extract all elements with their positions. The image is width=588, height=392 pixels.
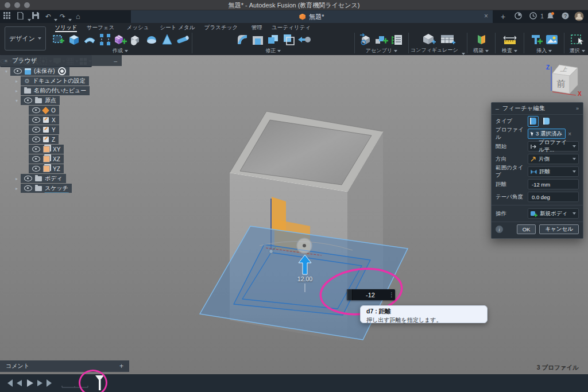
assemble-group-label[interactable]: アセンブリ: [366, 47, 397, 55]
expander-open-icon[interactable]: ▾: [13, 98, 21, 103]
extrude-thin-type-icon[interactable]: [541, 116, 552, 127]
insert-group-label[interactable]: 挿入: [536, 47, 552, 55]
select-icon[interactable]: [570, 32, 585, 47]
visibility-eye-icon[interactable]: [32, 146, 40, 152]
create-group-label[interactable]: 作成: [113, 47, 128, 55]
notifications-bell-icon[interactable]: [547, 12, 556, 21]
form-icon[interactable]: [82, 32, 97, 47]
new-tab-button[interactable]: +: [498, 12, 508, 21]
extensions-icon[interactable]: [514, 12, 524, 21]
ok-button[interactable]: OK: [517, 224, 536, 234]
combine-icon[interactable]: [266, 32, 281, 47]
dimension-input[interactable]: -12 ⋮: [347, 289, 395, 300]
inspect-group-label[interactable]: 検査: [502, 47, 517, 55]
loft-icon[interactable]: [160, 32, 175, 47]
dialog-dock-icon[interactable]: »: [576, 106, 579, 111]
configure-icon[interactable]: [419, 32, 438, 46]
tab-utilities[interactable]: ユーティリティ: [270, 23, 312, 32]
create-sketch-icon[interactable]: [51, 32, 66, 47]
tree-item-y-axis[interactable]: Y: [29, 125, 59, 134]
comment-add-icon[interactable]: +: [119, 362, 123, 370]
tree-item-yz-plane[interactable]: YZ: [29, 164, 64, 173]
tree-item-document[interactable]: (未保存): [10, 67, 69, 76]
taper-angle-input[interactable]: 0.0 deg: [528, 192, 579, 202]
tree-item-named-views[interactable]: 名前の付いたビュー: [21, 86, 90, 95]
expander-closed-icon[interactable]: ▸: [13, 186, 21, 191]
tree-item-x-axis[interactable]: X: [29, 115, 59, 125]
home-icon[interactable]: ⌂: [74, 12, 83, 21]
tree-item-origin-point[interactable]: O: [29, 106, 59, 115]
tree-item-xy-plane[interactable]: XY: [29, 145, 64, 154]
dialog-collapse-icon[interactable]: –: [496, 105, 499, 112]
extrude-solid-type-icon[interactable]: [528, 116, 539, 127]
tree-item-document-settings[interactable]: ⚙ ドキュメントの設定: [21, 76, 89, 86]
shell-icon[interactable]: [250, 32, 265, 47]
replace-face-icon[interactable]: [297, 32, 312, 47]
tab-mesh[interactable]: メッシュ: [119, 23, 156, 32]
construct-group-label[interactable]: 構築: [473, 47, 489, 55]
timeline-playback-controls[interactable]: [3, 374, 55, 392]
primitive-boxes-icon[interactable]: [129, 32, 144, 47]
visibility-eye-icon[interactable]: [32, 117, 40, 123]
visibility-eye-icon[interactable]: [32, 127, 40, 133]
visibility-eye-icon[interactable]: [24, 185, 32, 191]
insert-image-icon[interactable]: [544, 32, 559, 47]
app-grid-icon[interactable]: [3, 12, 13, 21]
modify-group-label[interactable]: 修正: [265, 47, 281, 55]
fillet-icon[interactable]: [235, 32, 250, 47]
visibility-eye-icon[interactable]: [14, 68, 22, 74]
tree-item-z-axis[interactable]: Z: [29, 135, 59, 144]
collapse-panel-icon[interactable]: «: [5, 58, 7, 64]
configuration-table-icon[interactable]: [438, 32, 457, 46]
visibility-eye-icon[interactable]: [32, 166, 40, 172]
visibility-eye-icon[interactable]: [24, 176, 32, 181]
timeline-position-marker[interactable]: [94, 375, 106, 391]
distance-input[interactable]: -12 mm: [528, 179, 579, 189]
visibility-eye-icon[interactable]: [32, 156, 40, 162]
workspace-selector[interactable]: デザイン: [5, 26, 46, 51]
dimension-input-grip[interactable]: [347, 289, 353, 300]
viewcube-front-label[interactable]: 前: [552, 76, 570, 92]
tree-item-bodies-folder[interactable]: ボディ: [21, 174, 66, 183]
bom-icon[interactable]: [389, 32, 404, 47]
pipe-icon[interactable]: [175, 32, 190, 47]
measure-icon[interactable]: [502, 32, 517, 47]
insert-text-icon[interactable]: [529, 32, 544, 47]
direction-select[interactable]: 片側: [528, 154, 579, 164]
expander-closed-icon[interactable]: ▸: [13, 176, 21, 181]
expander-closed-icon[interactable]: ▸: [13, 88, 21, 94]
tree-item-xz-plane[interactable]: XZ: [29, 154, 64, 164]
tab-surface[interactable]: サーフェス: [82, 23, 119, 32]
construct-plane-icon[interactable]: [474, 32, 489, 47]
expander-closed-icon[interactable]: ▸: [13, 79, 21, 84]
visibility-eye-icon[interactable]: [24, 98, 32, 103]
select-group-label[interactable]: 選択: [570, 47, 585, 55]
solid-box-icon[interactable]: [67, 32, 82, 47]
tab-sheetmetal[interactable]: シート メタル: [156, 23, 199, 32]
tab-plastic[interactable]: プラスチック: [199, 23, 243, 32]
help-icon[interactable]: ?: [562, 12, 571, 21]
tab-solid[interactable]: ソリッド: [51, 23, 82, 32]
offset-face-icon[interactable]: [281, 32, 296, 47]
derive-icon[interactable]: [358, 32, 373, 47]
revolve-icon[interactable]: [144, 32, 159, 47]
tree-item-sketches-folder[interactable]: スケッチ: [21, 184, 72, 193]
tab-close-icon[interactable]: ×: [484, 12, 488, 20]
document-tab[interactable]: 無題* ×: [131, 10, 493, 23]
info-icon[interactable]: i: [496, 226, 503, 233]
visibility-eye-icon[interactable]: [32, 137, 40, 142]
user-avatar[interactable]: [574, 11, 583, 21]
clear-selection-icon[interactable]: ×: [568, 131, 571, 137]
tree-item-origin-folder[interactable]: 原点: [21, 96, 60, 105]
record-status-icon[interactable]: [58, 67, 66, 75]
operation-select[interactable]: 新規ボディ: [528, 208, 579, 219]
profile-selection-chip[interactable]: 3 選択済み: [528, 129, 566, 139]
expander-open-icon[interactable]: ▾: [2, 69, 10, 74]
start-select[interactable]: プロファイル平...: [528, 141, 579, 152]
mesh-create-icon[interactable]: [113, 32, 128, 47]
dimension-kebab-icon[interactable]: ⋮: [388, 292, 395, 298]
comment-bar[interactable]: コメント +: [0, 360, 129, 372]
tab-manage[interactable]: 管理: [243, 23, 270, 32]
minimize-panel-icon[interactable]: –: [114, 57, 117, 64]
new-component-icon[interactable]: [374, 32, 389, 47]
